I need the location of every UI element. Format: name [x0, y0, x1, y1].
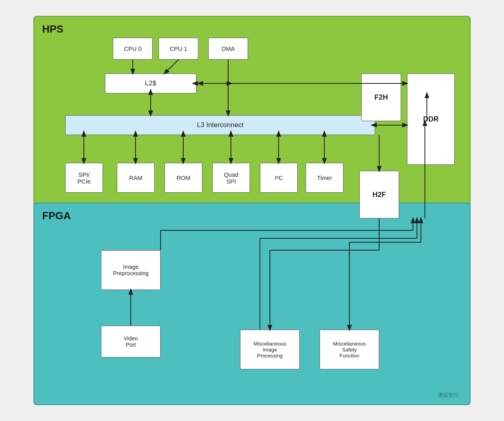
l2-block: L2$: [105, 73, 196, 93]
f2h-block: F2H: [361, 73, 401, 121]
ram-block: RAM: [117, 163, 155, 193]
fpga-section: FPGA: [33, 203, 471, 405]
l3-block: L3 Interconnect: [65, 115, 375, 135]
fpga-label: FPGA: [42, 210, 71, 222]
h2f-block: H2F: [359, 171, 399, 218]
ddr-block: DDR: [407, 73, 455, 165]
imgproc-block: Image Preprocessing: [101, 250, 161, 290]
cpu0-block: CPU 0: [113, 38, 153, 60]
timer-block: Timer: [306, 163, 343, 193]
dma-block: DMA: [208, 38, 248, 60]
watermark: 惠驭安行: [438, 392, 459, 399]
qspi-block: Quad SPI: [212, 163, 250, 193]
cpu1-block: CPU 1: [159, 38, 198, 60]
hps-label: HPS: [42, 23, 63, 35]
spi-block: SPI/ PCIe: [65, 163, 103, 193]
diagram-container: HPS FPGA CPU 0 CPU 1 DMA L2$ DDR L3 Inte…: [33, 16, 471, 405]
miscimg-block: Miscellaneous Image Processing: [240, 330, 300, 369]
vidport-block: Video Port: [101, 326, 161, 357]
rom-block: ROM: [165, 163, 202, 193]
miscsafe-block: Miscellaneous Safety Function: [320, 330, 379, 369]
i2c-block: I²C: [260, 163, 298, 193]
